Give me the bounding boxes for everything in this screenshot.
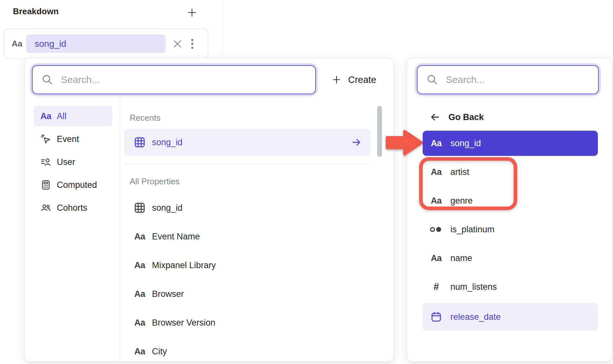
property-item-browser-version[interactable]: AaBrowser Version [124,309,371,336]
value-search[interactable] [417,65,599,94]
item-label: City [152,347,167,357]
text-type-icon: Aa [430,253,443,263]
sidebar-divider [120,98,120,361]
text-type-icon: Aa [430,167,443,177]
search-input[interactable] [60,74,307,86]
property-item-browser[interactable]: AaBrowser [124,280,371,308]
property-item-mixpanel-library[interactable]: AaMixpanel Library [124,252,371,279]
plus-icon [330,75,343,84]
search-input[interactable] [445,74,590,86]
plus-icon [186,8,198,17]
grid-type-icon [133,136,146,148]
category-cohorts[interactable]: Cohorts [34,197,112,218]
create-button-label: Create [348,75,376,85]
item-label: song_id [152,203,183,213]
item-label: Computed [57,180,97,190]
create-property-button[interactable]: Create [330,65,376,94]
section-divider [124,163,371,164]
close-icon[interactable] [173,39,182,49]
cohorts-icon [39,202,52,213]
item-label: Cohorts [57,203,87,213]
computed-icon [39,179,52,190]
text-type-icon: Aa [430,196,443,206]
text-type-icon: Aa [12,39,22,49]
text-type-icon: Aa [39,111,52,121]
item-label: is_platinum [450,225,495,235]
drill-item-song_id[interactable]: Aasong_id [423,131,598,156]
go-back-button[interactable]: Go Back [423,107,484,127]
property-item-song_id[interactable]: song_id [124,194,371,221]
item-label: release_date [450,312,501,322]
item-label: genre [450,196,473,206]
search-icon [41,74,54,86]
kebab-menu-icon[interactable] [191,38,194,50]
add-breakdown-button[interactable] [185,5,199,20]
category-all[interactable]: AaAll [34,106,112,126]
breakdown-chip-value[interactable]: song_id [26,35,166,53]
boolean-type-icon [430,226,443,233]
grid-type-icon [133,202,146,214]
item-label: Event Name [152,232,200,242]
category-event[interactable]: Event [34,129,112,149]
arrow-left-icon [428,112,441,122]
property-item-event-name[interactable]: AaEvent Name [124,223,371,250]
property-values-panel: Go Back Aasong_idAaartistAagenreis_plati… [407,58,612,361]
calendar-type-icon [430,311,443,323]
drill-item-genre[interactable]: Aagenre [423,188,598,213]
scrollbar-thumb[interactable] [377,106,382,157]
recents-section-label: Recents [130,113,160,123]
property-drill-list: Aasong_idAaartistAagenreis_platinumAanam… [423,131,598,331]
item-label: Mixpanel Library [152,260,216,270]
item-label: Browser [152,289,184,299]
text-type-icon: Aa [133,232,146,242]
arrow-right-icon [351,137,362,147]
drill-item-is_platinum[interactable]: is_platinum [423,217,598,242]
text-type-icon: Aa [133,347,146,357]
drill-item-release_date[interactable]: release_date [423,303,598,331]
text-type-icon: Aa [133,289,146,299]
item-label: name [450,253,472,263]
category-computed[interactable]: Computed [34,175,112,195]
item-label: artist [450,167,469,177]
item-label: Event [57,134,79,144]
drill-item-name[interactable]: Aaname [423,246,598,271]
property-search[interactable] [32,65,316,94]
item-label: All [57,111,66,121]
category-user[interactable]: User [34,152,112,172]
item-label: User [57,157,75,167]
recent-item-song_id[interactable]: song_id [124,129,371,156]
breakdown-chip-song-id[interactable]: Aa song_id [4,28,208,59]
item-label: Browser Version [152,318,216,328]
property-picker-panel: Create AaAllEventUserComputedCohorts Rec… [25,58,394,361]
mixpanel-breakdown-screen: Breakdown Aa song_id Create AaAllEven [0,0,613,364]
text-type-icon: Aa [133,318,146,328]
text-type-icon: Aa [430,138,443,148]
text-type-icon: Aa [133,260,146,270]
item-label: song_id [152,137,183,147]
panel-edge-divider [222,0,222,59]
user-icon [39,157,52,167]
go-back-label: Go Back [448,112,484,122]
item-label: song_id [450,138,481,148]
drill-item-artist[interactable]: Aaartist [423,159,598,185]
drill-item-num_listens[interactable]: #num_listens [423,274,598,299]
search-icon [426,74,439,86]
all-properties-section-label: All Properties [130,177,180,187]
property-category-sidebar: AaAllEventUserComputedCohorts [34,106,112,220]
property-item-city[interactable]: AaCity [124,338,371,361]
item-label: num_listens [450,282,497,292]
breakdown-section-title: Breakdown [13,6,59,16]
numeric-type-icon: # [430,281,443,293]
event-icon [39,134,52,145]
